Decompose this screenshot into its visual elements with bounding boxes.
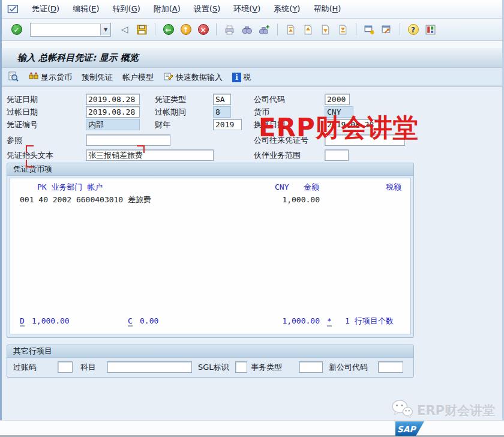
display-currency-button[interactable]: 显示货币 [28, 71, 72, 83]
totals-count-label: 行项目个数 [355, 316, 394, 327]
doc-date-label: 凭证日期 [7, 94, 38, 105]
park-document-button-label: 预制凭证 [82, 72, 113, 83]
table-header-currency[interactable]: CNY [275, 182, 289, 193]
totals-debit: 1,000.00 [32, 316, 70, 327]
posting-period-label: 过帐期间 [155, 106, 186, 118]
menu-item-goto[interactable]: 转到(G) [107, 2, 146, 16]
fast-data-entry-button[interactable]: 快速数据输入 [163, 71, 223, 83]
command-dropdown-icon[interactable]: ▼ [100, 24, 110, 35]
account-field[interactable] [107, 361, 192, 373]
table-header-key[interactable]: PK 业务部门 帐户 [37, 182, 103, 193]
page-down-icon[interactable] [318, 22, 333, 37]
menu-item-help[interactable]: 帮助(H) [307, 2, 347, 16]
partner-ba-field[interactable] [325, 149, 349, 161]
menu-item-extras[interactable]: 附加(A) [148, 2, 187, 16]
table-row-item[interactable]: 001 40 2002 6600403010 差旅费 [20, 194, 151, 205]
shortcut-icon[interactable] [379, 22, 394, 37]
menu-item-settings[interactable]: 设置(S) [188, 2, 226, 16]
account-label: 科目 [80, 361, 96, 373]
sgl-indicator-label: SGL标识 [198, 361, 229, 373]
last-page-icon[interactable] [335, 22, 350, 37]
page-title: 输入 总帐科目凭证: 显示 概览 [17, 52, 139, 64]
table-header-tax[interactable]: 税额 [370, 182, 401, 193]
toolbar-gap-strip [2, 41, 502, 48]
new-company-code-label: 新公司代码 [329, 361, 368, 373]
toolbar-separator [155, 23, 155, 35]
totals-star: * [327, 316, 332, 327]
totals-debit-key: D [20, 316, 25, 327]
system-menu-icon[interactable] [7, 3, 20, 15]
table-row-amount[interactable]: 1,000.00 [226, 194, 320, 205]
new-company-code-field[interactable] [378, 361, 403, 373]
toolbar-separator [216, 23, 217, 35]
tax-info-icon: i [232, 73, 241, 82]
page-up-icon[interactable] [301, 22, 316, 37]
table-header-amount[interactable]: 金额 [304, 182, 319, 193]
back-icon[interactable]: ← [161, 22, 176, 37]
standard-toolbar: ✓ ▼ ◁←↑×? [2, 19, 502, 41]
reference-field[interactable] [86, 134, 170, 146]
doc-type-label: 凭证类型 [155, 94, 186, 105]
collapse-icon[interactable]: ◁ [117, 22, 132, 37]
toolbar-separator [356, 23, 356, 35]
menu-item-edit[interactable]: 编辑(E) [67, 2, 105, 16]
menu-item-system[interactable]: 系统(Y) [268, 2, 306, 16]
overview-icon [8, 71, 19, 83]
totals-count: 1 [345, 316, 350, 327]
overview-button[interactable] [8, 71, 19, 83]
find-icon[interactable] [239, 22, 254, 37]
print-icon[interactable] [222, 22, 237, 37]
totals-balance: 1,000.00 [226, 316, 320, 327]
posting-period-field: 8 [213, 106, 231, 118]
command-input[interactable] [31, 24, 100, 35]
sap-gui-window: 凭证(D)编辑(E)转到(G)附加(A)设置(S)环境(V)系统(Y)帮助(H)… [0, 0, 504, 420]
partner-ba-label: 伙伴业务范围 [254, 149, 301, 161]
toolbar-separator [400, 23, 400, 35]
first-page-icon[interactable] [283, 22, 298, 37]
reference-label: 参照 [7, 134, 22, 146]
annotation-corner-tl [26, 145, 34, 153]
trans-type-label: 事务类型 [251, 361, 282, 373]
fast-data-entry-button-label: 快速数据输入 [176, 72, 223, 83]
exit-icon[interactable]: ↑ [178, 22, 193, 37]
tax-button-label: 税 [243, 72, 251, 83]
line-items-table: PK 业务部门 帐户 CNY 金额 税额 001 40 2002 6600403… [10, 178, 411, 334]
new-session-icon[interactable] [362, 22, 377, 37]
posting-key-label: 过账码 [13, 361, 37, 373]
line-items-box-title: 凭证货币项 [7, 163, 413, 176]
doc-date-field[interactable]: 2019.08.28 [86, 94, 140, 105]
company-code-field[interactable]: 2000 [325, 94, 350, 105]
account-model-button[interactable]: 帐户模型 [122, 72, 154, 83]
trans-type-field[interactable] [299, 361, 323, 373]
company-code-label: 公司代码 [254, 94, 285, 105]
tax-button[interactable]: i税 [232, 72, 251, 83]
cancel-icon[interactable]: × [196, 22, 211, 37]
fast-entry-icon [163, 71, 174, 83]
fiscal-year-field[interactable]: 2019 [213, 119, 242, 130]
menu-item-environment[interactable]: 环境(V) [227, 2, 266, 16]
status-bar: SAP [0, 420, 504, 437]
screen-content: 凭证日期 2019.08.28 凭证类型 SA 公司代码 2000 过帐日期 2… [2, 87, 502, 423]
enter-icon[interactable]: ✓ [9, 22, 24, 37]
help-icon[interactable]: ? [406, 22, 421, 37]
other-items-groupbox: 其它行项目 过账码 科目 SGL标识 事务类型 新公司代码 [7, 345, 414, 378]
account-model-button-label: 帐户模型 [122, 72, 154, 83]
find-next-icon[interactable] [257, 22, 272, 37]
sgl-indicator-field[interactable] [235, 361, 247, 373]
totals-credit: 0.00 [140, 316, 158, 327]
posting-key-field[interactable] [58, 361, 73, 373]
customize-icon[interactable] [423, 22, 438, 37]
save-icon[interactable] [134, 22, 149, 37]
watermark-text: ERP财会讲堂 [259, 111, 419, 145]
menu-item-document[interactable]: 凭证(D) [26, 2, 65, 16]
svg-text:SAP: SAP [397, 424, 417, 434]
header-text-field[interactable]: 张三报销差旅费 [86, 149, 214, 161]
doc-type-field[interactable]: SA [213, 94, 231, 105]
display-currency-icon [28, 71, 39, 83]
posting-date-field[interactable]: 2019.08.28 [86, 106, 140, 118]
application-toolbar: 显示货币预制凭证帐户模型快速数据输入i税 [2, 68, 502, 87]
park-document-button[interactable]: 预制凭证 [82, 72, 113, 83]
wechat-icon [391, 399, 413, 421]
totals-credit-key: C [128, 316, 133, 327]
annotation-corner-tr [137, 145, 145, 153]
